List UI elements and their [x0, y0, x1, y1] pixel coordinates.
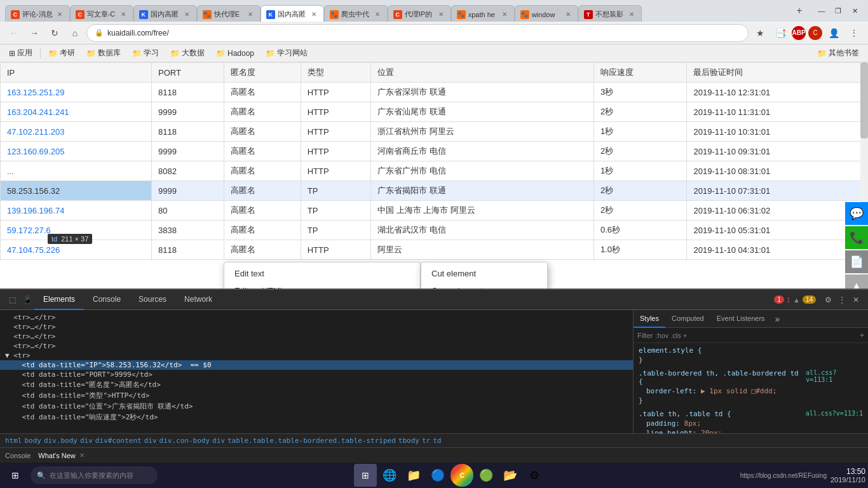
- dom-line[interactable]: ▼ <tr>: [0, 351, 633, 360]
- browser-tab-7[interactable]: C 代理IP的 ✕: [388, 5, 451, 22]
- dom-line[interactable]: <tr>…</tr>: [0, 322, 633, 332]
- breadcrumb-item-div[interactable]: div: [80, 437, 93, 445]
- new-tab-button[interactable]: +: [790, 2, 808, 20]
- dom-line[interactable]: <td data-title="IP">58.253.156.32</td> =…: [0, 360, 633, 370]
- tab-network[interactable]: Network: [175, 290, 221, 310]
- browser-tab-1[interactable]: C 评论-消息 ✕: [5, 5, 70, 22]
- tab-close-button[interactable]: ✕: [55, 10, 64, 19]
- dom-panel[interactable]: <tr>…</tr> <tr>…</tr> <tr>…</tr> <tr>…</…: [0, 310, 633, 433]
- qq-icon[interactable]: 💬: [845, 202, 868, 225]
- tab-close-button[interactable]: ✕: [373, 10, 382, 19]
- tab-close-button[interactable]: ✕: [564, 10, 573, 19]
- dom-line[interactable]: <tr>…</tr>: [0, 313, 633, 322]
- copy-submenu-item-cut-element[interactable]: Cut element: [421, 265, 547, 282]
- tab-event-listeners[interactable]: Event Listeners: [710, 310, 771, 328]
- reload-button[interactable]: ↻: [46, 24, 64, 42]
- minimize-button[interactable]: —: [813, 3, 830, 19]
- bookmark-item-2[interactable]: 📁数据库: [83, 46, 125, 60]
- settings-icon[interactable]: ⚙: [821, 293, 835, 307]
- breadcrumb-item-divconbody[interactable]: div.con-body: [159, 437, 210, 445]
- browser-tab-4[interactable]: 🐾 快代理E ✕: [197, 5, 261, 22]
- browser-tab-3[interactable]: K 国内高匿 ✕: [133, 5, 197, 22]
- more-icon[interactable]: ⋮: [835, 293, 849, 307]
- tab-elements[interactable]: Elements: [34, 290, 84, 310]
- breadcrumb-item-divcontent[interactable]: div#content: [95, 437, 142, 445]
- dom-line[interactable]: <tr>…</tr>: [0, 332, 633, 341]
- copy-submenu-item-copy-element[interactable]: Copy element: [421, 282, 547, 288]
- style-source[interactable]: all.css?v=113:1: [806, 410, 863, 418]
- bookmark-star-button[interactable]: ★: [751, 24, 769, 42]
- close-devtools-button[interactable]: ✕: [849, 293, 863, 307]
- context-menu-item-edit-text[interactable]: Edit text: [224, 265, 420, 282]
- dom-line[interactable]: <tr>…</tr>: [0, 341, 633, 351]
- extension-button[interactable]: C: [808, 26, 822, 40]
- dom-line[interactable]: <td data-title="类型">HTTP</td>: [0, 390, 633, 401]
- bookmark-item-4[interactable]: 📁大数据: [166, 46, 208, 60]
- close-button[interactable]: ✕: [846, 3, 863, 19]
- phone-icon[interactable]: 📞: [845, 226, 868, 249]
- bookmark-item-3[interactable]: 📁学习: [128, 46, 163, 60]
- browser-tab-6[interactable]: 🐾 爬虫中代 ✕: [324, 5, 388, 22]
- home-button[interactable]: ⌂: [66, 24, 84, 42]
- breadcrumb-item-td[interactable]: td: [433, 437, 441, 445]
- dom-line[interactable]: <td data-title="位置">广东省揭阳市 联通</td>: [0, 401, 633, 412]
- taskbar-search[interactable]: 🔍 在这里输入你要搜索的内容: [31, 466, 158, 484]
- tab-computed[interactable]: Computed: [665, 310, 710, 328]
- breadcrumb-item-div[interactable]: div: [144, 437, 157, 445]
- console-tab-whatsnew[interactable]: What's New ✕: [38, 452, 84, 459]
- tab-sources[interactable]: Sources: [130, 290, 175, 310]
- back-button[interactable]: ←: [5, 24, 23, 42]
- dom-line[interactable]: <td data-title="响应速度">2秒</td>: [0, 412, 633, 423]
- browser-tab-8[interactable]: 🐾 xpath he ✕: [451, 5, 515, 22]
- inspect-icon[interactable]: ⬚: [5, 293, 19, 307]
- bookmark-item-0[interactable]: ⊞应用: [5, 46, 36, 60]
- maximize-button[interactable]: ❐: [830, 3, 846, 19]
- device-icon[interactable]: 📱: [20, 293, 34, 307]
- bookmark-list-button[interactable]: 📑: [771, 24, 789, 42]
- start-button[interactable]: ⊞: [3, 463, 28, 488]
- bookmark-item-6[interactable]: 📁学习网站: [262, 46, 311, 60]
- breadcrumb-item-div[interactable]: div: [212, 437, 225, 445]
- taskbar-app-explorer[interactable]: 📂: [499, 464, 522, 487]
- tab-close-button[interactable]: ✕: [246, 10, 255, 19]
- whatsnew-close[interactable]: ✕: [79, 452, 85, 459]
- breadcrumb-item-tr[interactable]: tr: [422, 437, 430, 445]
- breadcrumb-item-divbody[interactable]: div.body: [44, 437, 78, 445]
- browser-tab-5[interactable]: K 国内高匿 ✕: [261, 5, 324, 22]
- tab-close-button[interactable]: ✕: [627, 10, 636, 19]
- taskbar-app-folder[interactable]: 📁: [402, 464, 425, 487]
- address-bar[interactable]: 🔒 kuaidaili.com/free/: [86, 24, 749, 42]
- taskbar-app-browser[interactable]: 🌐: [378, 464, 401, 487]
- dom-line[interactable]: <td data-title="PORT">9999</td>: [0, 370, 633, 379]
- browser-tab-10[interactable]: T 不想装影 ✕: [578, 5, 642, 22]
- browser-tab-9[interactable]: 🐾 window ✕: [515, 5, 578, 22]
- table-cell-0[interactable]: ...: [1, 161, 152, 181]
- taskbar-app-cortana[interactable]: ⊞: [354, 464, 377, 487]
- table-cell-0[interactable]: 163.125.251.29: [1, 83, 152, 102]
- more-tabs-button[interactable]: »: [771, 314, 784, 324]
- add-style-button[interactable]: +: [860, 331, 864, 340]
- bookmark-item-7[interactable]: 📁其他书签: [813, 46, 863, 60]
- scroll-thumb[interactable]: [860, 62, 868, 139]
- taskbar-app-settings[interactable]: ⚙: [523, 464, 546, 487]
- tab-close-button[interactable]: ✕: [119, 10, 128, 19]
- tab-styles[interactable]: Styles: [634, 310, 665, 328]
- tab-close-button[interactable]: ✕: [309, 10, 318, 19]
- account-button[interactable]: 👤: [825, 24, 843, 42]
- context-menu-item-edit-as-html[interactable]: Edit as HTML: [224, 282, 420, 288]
- breadcrumb-item-tabletabletableborderedtablestriped[interactable]: table.table.table-bordered.table-striped: [227, 437, 396, 445]
- styles-filter-input[interactable]: [655, 332, 857, 339]
- breadcrumb-item-tbody[interactable]: tbody: [398, 437, 419, 445]
- breadcrumb-item-body[interactable]: body: [25, 437, 42, 445]
- taskbar-app-edge[interactable]: 🔵: [426, 464, 449, 487]
- taskbar-app-chrome[interactable]: C: [451, 464, 473, 487]
- tab-close-button[interactable]: ✕: [182, 10, 191, 19]
- breadcrumb-item-html[interactable]: html: [5, 437, 22, 445]
- forward-button[interactable]: →: [25, 24, 43, 42]
- adblock-button[interactable]: ABP: [792, 26, 806, 40]
- tab-console[interactable]: Console: [84, 290, 130, 310]
- doc-icon[interactable]: 📄: [845, 250, 868, 273]
- table-cell-0[interactable]: 139.196.196.74: [1, 201, 152, 220]
- bookmark-item-1[interactable]: 📁考研: [44, 46, 79, 60]
- menu-button[interactable]: ⋮: [845, 24, 863, 42]
